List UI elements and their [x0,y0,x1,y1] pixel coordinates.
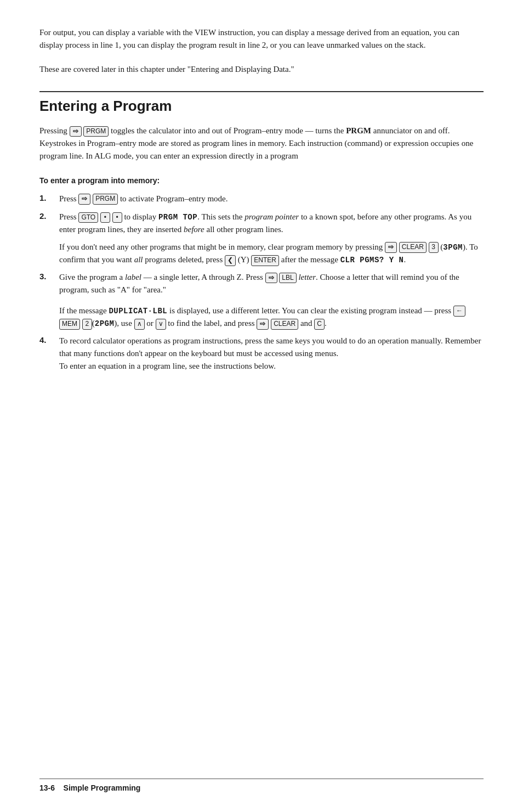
intro-paragraph2: These are covered later in this chapter … [39,63,484,76]
step2c-langle-key: ❮ [225,255,236,266]
step1-shift-key: ⇨ [78,194,90,205]
step3c-mem-key: MEM [59,319,80,330]
step-4-number: 4. [39,335,59,345]
step-4: 4. To record calculator operations as pr… [39,335,484,373]
page: For output, you can display a variable w… [0,0,523,406]
step-2: 2. Press GTO • • to display PRGM TOP. Th… [39,211,484,236]
section-intro: Pressing ⇨ PRGM toggles the calculator i… [39,125,484,163]
step-2-continuation: If you don't need any other programs tha… [59,241,484,267]
intro-paragraph1: For output, you can display a variable w… [39,26,484,52]
step1-prgm-key: PRGM [93,194,118,205]
step3c-left-key: ← [453,306,465,317]
steps-list: 1. Press ⇨ PRGM to activate Program–entr… [39,193,484,373]
step3-lbl-key: LBL [279,273,296,284]
step2-dot2-key: • [112,212,122,223]
footer-text: 13-6 Simple Programming [39,783,140,792]
step-1-number: 1. [39,193,59,202]
step2c-shift-key: ⇨ [385,242,397,253]
step2-gto-key: GTO [78,212,98,223]
footer-page-ref: 13-6 [39,783,55,792]
footer-section-name: Simple Programming [64,783,141,792]
footer: 13-6 Simple Programming [39,779,484,792]
shift-key: ⇨ [70,126,82,137]
step2c-3-key: 3 [429,242,439,253]
step3c-c-key: C [314,319,325,330]
step-3-continuation: If the message DUPLICAT·LBL is displayed… [59,304,484,330]
step3c-down-key: ∨ [156,319,166,330]
section-title: Entering a Program [39,98,484,115]
step3c-up-key: ∧ [134,319,145,330]
section-divider [39,91,484,92]
step3-shift-key: ⇨ [265,273,277,284]
step-2-number: 2. [39,211,59,221]
step-2-content: Press GTO • • to display PRGM TOP. This … [59,211,484,236]
step2-dot1-key: • [100,212,110,223]
step3c-clear2-key: CLEAR [271,319,298,330]
step2c-clear-key: CLEAR [399,242,427,253]
step3c-2-key: 2 [82,319,92,330]
step-1-content: Press ⇨ PRGM to activate Program–entry m… [59,193,484,205]
step-3-number: 3. [39,271,59,281]
step-4-content: To record calculator operations as progr… [59,335,484,373]
step2c-enter-key: ENTER [251,255,279,266]
step3c-shift2-key: ⇨ [257,319,269,330]
subsection-title: To enter a program into memory: [39,176,484,185]
step-3: 3. Give the program a label — a single l… [39,271,484,297]
step-3-content: Give the program a label — a single lett… [59,271,484,297]
step-1: 1. Press ⇨ PRGM to activate Program–entr… [39,193,484,205]
prgm-key: PRGM [83,126,109,137]
